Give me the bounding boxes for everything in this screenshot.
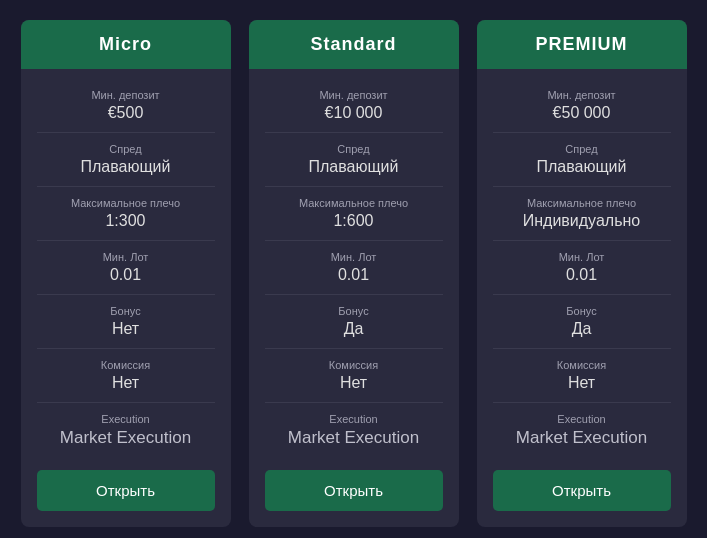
card-premium-field-3-label: Мин. Лот: [493, 251, 671, 263]
card-standard-field-3: Мин. Лот0.01: [265, 241, 443, 295]
card-micro-field-4-label: Бонус: [37, 305, 215, 317]
card-premium-field-6: ExecutionMarket Execution: [493, 403, 671, 458]
card-standard-header: Standard: [249, 20, 459, 69]
card-premium-field-4-value: Да: [493, 320, 671, 338]
card-micro-open-button[interactable]: Открыть: [37, 470, 215, 511]
card-premium-field-2: Максимальное плечоИндивидуально: [493, 187, 671, 241]
card-premium-field-0-value: €50 000: [493, 104, 671, 122]
card-standard: StandardМин. депозит€10 000СпредПлавающи…: [249, 20, 459, 527]
card-premium-field-5-label: Комиссия: [493, 359, 671, 371]
card-micro-field-5-value: Нет: [37, 374, 215, 392]
card-micro-field-6-value: Market Execution: [37, 428, 215, 448]
card-standard-field-5-value: Нет: [265, 374, 443, 392]
card-standard-field-3-label: Мин. Лот: [265, 251, 443, 263]
card-micro-header: Micro: [21, 20, 231, 69]
card-micro-field-3-value: 0.01: [37, 266, 215, 284]
card-premium-field-4: БонусДа: [493, 295, 671, 349]
card-micro-field-3-label: Мин. Лот: [37, 251, 215, 263]
card-standard-open-button[interactable]: Открыть: [265, 470, 443, 511]
card-standard-field-1-label: Спред: [265, 143, 443, 155]
card-standard-field-2-value: 1:600: [265, 212, 443, 230]
card-micro-field-5-label: Комиссия: [37, 359, 215, 371]
card-micro-field-6-label: Execution: [37, 413, 215, 425]
card-standard-field-5-label: Комиссия: [265, 359, 443, 371]
card-standard-field-0-value: €10 000: [265, 104, 443, 122]
card-standard-field-2: Максимальное плечо1:600: [265, 187, 443, 241]
cards-container: MicroМин. депозит€500СпредПлавающийМакси…: [1, 0, 707, 538]
card-micro-field-4: БонусНет: [37, 295, 215, 349]
card-premium-field-0-label: Мин. депозит: [493, 89, 671, 101]
card-standard-field-0-label: Мин. депозит: [265, 89, 443, 101]
card-premium-field-6-value: Market Execution: [493, 428, 671, 448]
card-premium-field-1-label: Спред: [493, 143, 671, 155]
card-micro: MicroМин. депозит€500СпредПлавающийМакси…: [21, 20, 231, 527]
card-standard-field-6: ExecutionMarket Execution: [265, 403, 443, 458]
card-standard-field-6-label: Execution: [265, 413, 443, 425]
card-standard-field-2-label: Максимальное плечо: [265, 197, 443, 209]
card-premium-field-1-value: Плавающий: [493, 158, 671, 176]
card-premium-header: PREMIUM: [477, 20, 687, 69]
card-premium-open-button[interactable]: Открыть: [493, 470, 671, 511]
card-standard-field-5: КомиссияНет: [265, 349, 443, 403]
card-micro-field-0: Мин. депозит€500: [37, 79, 215, 133]
card-premium-field-3: Мин. Лот0.01: [493, 241, 671, 295]
card-micro-field-0-value: €500: [37, 104, 215, 122]
card-micro-field-4-value: Нет: [37, 320, 215, 338]
card-premium-field-5-value: Нет: [493, 374, 671, 392]
card-micro-body: Мин. депозит€500СпредПлавающийМаксимальн…: [21, 69, 231, 527]
card-standard-body: Мин. депозит€10 000СпредПлавающийМаксима…: [249, 69, 459, 527]
card-premium-title: PREMIUM: [487, 34, 677, 55]
card-standard-field-4-label: Бонус: [265, 305, 443, 317]
card-micro-field-6: ExecutionMarket Execution: [37, 403, 215, 458]
card-micro-field-0-label: Мин. депозит: [37, 89, 215, 101]
card-standard-field-3-value: 0.01: [265, 266, 443, 284]
card-micro-field-5: КомиссияНет: [37, 349, 215, 403]
card-standard-field-4-value: Да: [265, 320, 443, 338]
card-micro-field-1: СпредПлавающий: [37, 133, 215, 187]
card-premium-field-3-value: 0.01: [493, 266, 671, 284]
card-premium-field-1: СпредПлавающий: [493, 133, 671, 187]
card-micro-field-2: Максимальное плечо1:300: [37, 187, 215, 241]
card-standard-field-0: Мин. депозит€10 000: [265, 79, 443, 133]
card-premium: PREMIUMМин. депозит€50 000СпредПлавающий…: [477, 20, 687, 527]
card-premium-field-5: КомиссияНет: [493, 349, 671, 403]
card-standard-title: Standard: [259, 34, 449, 55]
card-micro-field-3: Мин. Лот0.01: [37, 241, 215, 295]
card-standard-field-4: БонусДа: [265, 295, 443, 349]
card-standard-field-1: СпредПлавающий: [265, 133, 443, 187]
card-premium-field-2-value: Индивидуально: [493, 212, 671, 230]
card-micro-field-2-value: 1:300: [37, 212, 215, 230]
card-premium-field-0: Мин. депозит€50 000: [493, 79, 671, 133]
card-micro-field-2-label: Максимальное плечо: [37, 197, 215, 209]
card-standard-field-1-value: Плавающий: [265, 158, 443, 176]
card-premium-field-4-label: Бонус: [493, 305, 671, 317]
card-premium-field-6-label: Execution: [493, 413, 671, 425]
card-micro-field-1-label: Спред: [37, 143, 215, 155]
card-premium-field-2-label: Максимальное плечо: [493, 197, 671, 209]
card-micro-field-1-value: Плавающий: [37, 158, 215, 176]
card-premium-body: Мин. депозит€50 000СпредПлавающийМаксима…: [477, 69, 687, 527]
card-micro-title: Micro: [31, 34, 221, 55]
card-standard-field-6-value: Market Execution: [265, 428, 443, 448]
